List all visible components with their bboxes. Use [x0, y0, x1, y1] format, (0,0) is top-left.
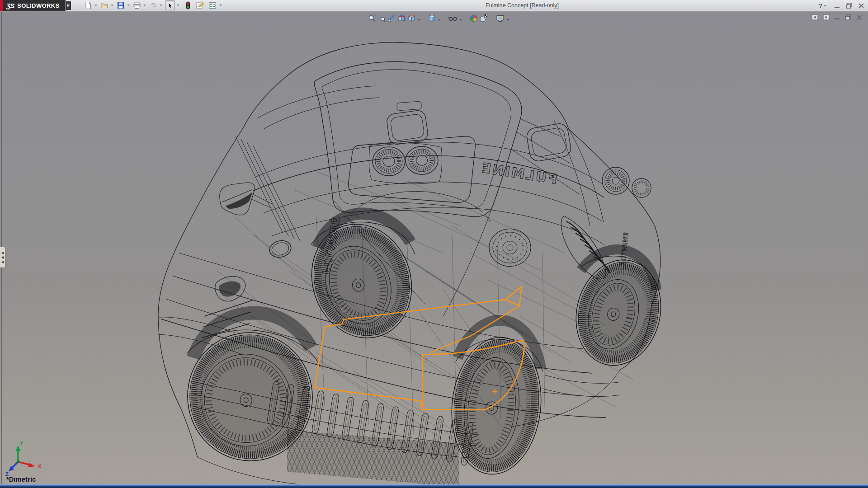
zoom-to-fit-icon: [368, 14, 376, 23]
zoom-to-fit-button[interactable]: [368, 14, 376, 23]
taillight-left: [373, 147, 405, 176]
save-dropdown-arrow[interactable]: [127, 5, 130, 6]
new-document-button[interactable]: [84, 0, 93, 10]
triad-x-label: X: [38, 464, 42, 469]
chevron-left-icon: [1, 252, 4, 254]
section-view-icon: [397, 14, 406, 23]
window-title: Fulmine Concept [Read-only]: [486, 2, 559, 9]
close-document-button[interactable]: [856, 14, 863, 20]
chevron-left-icon: [1, 256, 4, 259]
close-document-icon: [856, 14, 863, 20]
close-icon: [858, 3, 864, 9]
new-document-icon: [84, 1, 92, 9]
badge-rear: FULMINE: [479, 160, 558, 187]
options-button[interactable]: [208, 0, 217, 10]
restore-document-icon: [845, 14, 852, 20]
appearance-sphere-icon: [469, 14, 478, 23]
new-dropdown-arrow[interactable]: [94, 5, 97, 6]
heads-up-view-toolbar: [368, 14, 510, 23]
save-floppy-icon: [117, 1, 125, 9]
toggle-left-pane-icon: [811, 14, 818, 20]
display-style-dropdown-arrow[interactable]: [438, 19, 441, 21]
orientation-triad: X Y Z: [5, 441, 42, 477]
zoom-to-area-icon: [377, 14, 386, 23]
display-style-button[interactable]: [428, 14, 436, 23]
triad-y-label: Y: [20, 441, 24, 446]
display-style-cube-icon: [428, 14, 436, 23]
view-settings-icon: [496, 14, 505, 23]
select-dropdown-arrow[interactable]: [177, 5, 179, 6]
minimize-document-icon: [834, 14, 840, 20]
options-dropdown-arrow[interactable]: [219, 5, 222, 6]
rebuild-button[interactable]: [185, 0, 191, 10]
view-orientation-cube-icon: [407, 14, 416, 23]
previous-view-button[interactable]: [387, 14, 396, 23]
title-bar: ƷS SOLIDWORKS: [0, 0, 868, 11]
solidworks-window: { "titlebar": { "logo_glyph": "\u01b7S",…: [0, 0, 868, 488]
open-folder-icon: [100, 1, 108, 9]
titlebar-window-controls: ?: [818, 0, 864, 11]
menu-expand-button[interactable]: [66, 1, 71, 10]
taillight-right: [406, 146, 438, 174]
dassault-3ds-logo-icon: ƷS: [6, 2, 14, 9]
help-button[interactable]: ?: [818, 2, 829, 9]
help-dropdown-arrow[interactable]: [824, 5, 826, 7]
minimize-document-button[interactable]: [834, 14, 840, 20]
open-dropdown-arrow[interactable]: [111, 5, 113, 6]
select-cursor-icon: [166, 2, 174, 9]
apply-scene-button[interactable]: [479, 14, 488, 23]
view-settings-button[interactable]: [496, 14, 505, 23]
triad-x-arrow: [28, 463, 35, 468]
undo-button[interactable]: [149, 0, 158, 10]
toggle-right-pane-button[interactable]: [823, 14, 830, 20]
save-button[interactable]: [116, 0, 125, 10]
side-lamp-right: [602, 167, 651, 197]
solidworks-logo: ƷS SOLIDWORKS: [3, 0, 66, 11]
print-button[interactable]: [132, 0, 142, 10]
undo-arrow-icon: [149, 1, 157, 9]
print-dropdown-arrow[interactable]: [143, 5, 146, 6]
close-button[interactable]: [858, 3, 864, 9]
standard-toolbar: [84, 0, 224, 10]
restore-button[interactable]: [846, 3, 853, 9]
print-icon: [133, 1, 141, 9]
undo-dropdown-arrow[interactable]: [160, 5, 162, 6]
rebuild-traffic-light-icon: [185, 1, 191, 9]
chevron-left-icon: [1, 261, 4, 263]
view-settings-dropdown-arrow[interactable]: [507, 19, 509, 21]
view-orientation-dropdown-arrow[interactable]: [418, 19, 420, 21]
document-window-controls: [811, 14, 863, 20]
select-button[interactable]: [165, 0, 175, 10]
help-icon: ?: [818, 2, 822, 9]
toggle-right-pane-icon: [823, 14, 830, 20]
minimize-icon: [834, 3, 840, 9]
feature-pane-collapsed-tab[interactable]: [0, 247, 5, 268]
options-checklist-icon: [208, 1, 217, 9]
chevron-right-icon: [67, 4, 70, 7]
open-button[interactable]: [100, 0, 109, 10]
restore-icon: [846, 3, 853, 9]
eyeglasses-icon: [448, 14, 458, 23]
section-view-button[interactable]: [397, 14, 406, 23]
minimize-button[interactable]: [834, 3, 840, 9]
view-orientation-label: *Dimetric: [6, 476, 36, 483]
taskbar-edge: [0, 484, 868, 488]
view-orientation-button[interactable]: [407, 14, 416, 23]
solidworks-wordmark: SOLIDWORKS: [17, 2, 60, 9]
hide-show-dropdown-arrow[interactable]: [459, 19, 462, 21]
zoom-to-area-button[interactable]: [377, 14, 386, 23]
toggle-left-pane-button[interactable]: [811, 14, 818, 20]
model-3d-view[interactable]: FULMINE FULMINE FULMINE X Y Z: [0, 12, 868, 484]
hide-show-items-button[interactable]: [448, 14, 458, 23]
apply-scene-icon: [479, 14, 488, 23]
previous-view-icon: [387, 14, 396, 23]
edit-appearance-button[interactable]: [469, 14, 478, 23]
file-properties-button[interactable]: [195, 0, 205, 10]
triad-y-arrow: [16, 446, 21, 451]
restore-document-button[interactable]: [845, 14, 852, 20]
brand-red-strip: [0, 0, 3, 11]
file-properties-icon: [196, 1, 204, 9]
